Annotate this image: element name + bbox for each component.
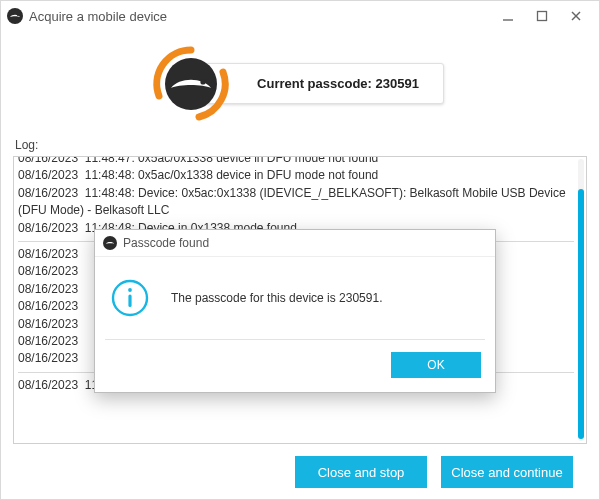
info-icon xyxy=(111,279,149,317)
svg-point-10 xyxy=(128,288,132,292)
window-title: Acquire a mobile device xyxy=(29,9,491,24)
footer: Close and stop Close and continue xyxy=(13,444,587,499)
passcode-banner: Current passcode: 230591 xyxy=(13,31,587,136)
close-button[interactable] xyxy=(559,4,593,28)
log-label: Log: xyxy=(15,138,585,152)
log-scrollbar-thumb[interactable] xyxy=(578,189,584,439)
dialog-footer: OK xyxy=(95,340,495,392)
passcode-found-dialog: Passcode found The passcode for this dev… xyxy=(94,229,496,393)
app-window: Acquire a mobile device xyxy=(0,0,600,500)
close-and-stop-button[interactable]: Close and stop xyxy=(295,456,427,488)
log-line: 08/16/2023 11:48:47: 0x5ac/0x1338 device… xyxy=(18,156,574,167)
dialog-titlebar: Passcode found xyxy=(95,230,495,257)
dialog-body: The passcode for this device is 230591. xyxy=(95,257,495,339)
log-line: 08/16/2023 11:48:48: Device: 0x5ac:0x133… xyxy=(18,185,574,220)
ok-button[interactable]: OK xyxy=(391,352,481,378)
passcode-display: Current passcode: 230591 xyxy=(196,63,444,104)
window-buttons xyxy=(491,4,593,28)
maximize-button[interactable] xyxy=(525,4,559,28)
svg-point-1 xyxy=(17,14,19,16)
close-and-continue-button[interactable]: Close and continue xyxy=(441,456,573,488)
svg-point-7 xyxy=(200,79,205,84)
titlebar: Acquire a mobile device xyxy=(1,1,599,31)
minimize-button[interactable] xyxy=(491,4,525,28)
dialog-message: The passcode for this device is 230591. xyxy=(171,291,382,305)
app-logo-icon xyxy=(7,8,23,24)
svg-rect-11 xyxy=(128,295,131,308)
dialog-title: Passcode found xyxy=(123,236,209,250)
spinner-badge-icon xyxy=(151,44,231,124)
log-line: 08/16/2023 11:48:48: 0x5ac/0x1338 device… xyxy=(18,167,574,184)
app-logo-icon xyxy=(103,236,117,250)
svg-rect-3 xyxy=(538,12,547,21)
passcode-text: Current passcode: 230591 xyxy=(257,76,419,91)
log-scrollbar[interactable] xyxy=(578,159,584,441)
